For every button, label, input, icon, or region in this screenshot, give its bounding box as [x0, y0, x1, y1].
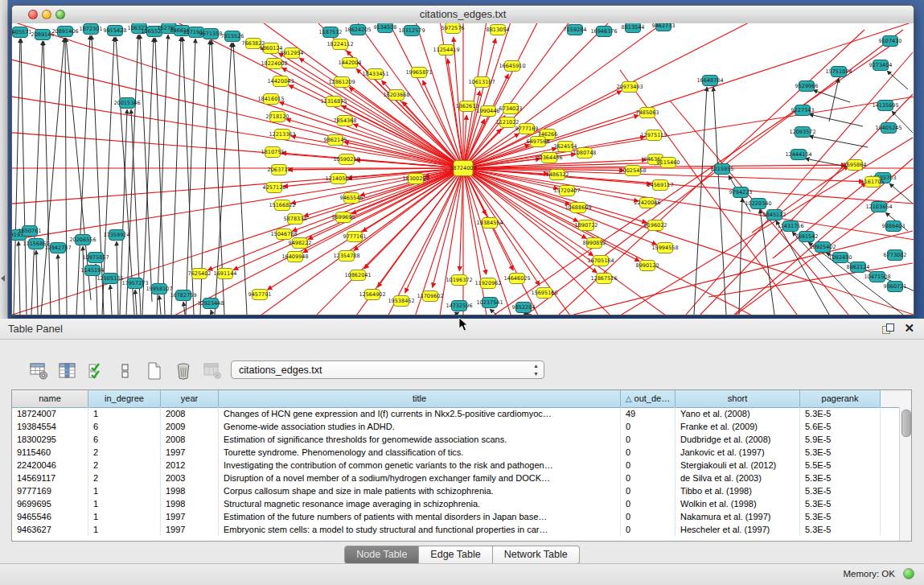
delete-table-icon[interactable] [174, 361, 193, 381]
column-header-title[interactable]: title [219, 390, 621, 407]
window-titlebar[interactable]: citations_edges.txt [12, 6, 914, 24]
table-cell[interactable]: 5.3E-5 [800, 510, 881, 523]
new-table-icon[interactable] [145, 361, 164, 381]
network-window[interactable]: citations_edges.txt 14055712089146208914… [11, 5, 914, 315]
table-row[interactable]: 1456911722003Disruption of a novel membe… [12, 472, 900, 484]
table-cell[interactable]: 0 [621, 523, 676, 536]
table-cell[interactable]: Embryonic stem cells: a model to study s… [219, 523, 621, 536]
table-cell[interactable]: 1 [88, 510, 161, 523]
column-header-pagerank[interactable]: pagerank [800, 390, 881, 407]
table-cell[interactable]: 5.3E-5 [800, 497, 881, 510]
float-window-icon[interactable] [882, 323, 893, 334]
table-cell[interactable]: 5.3E-5 [800, 446, 881, 459]
table-cell[interactable]: 5.5E-5 [800, 459, 881, 472]
table-cell[interactable]: 19384554 [12, 420, 88, 433]
table-cell[interactable]: Estimation of the future numbers of pati… [219, 510, 621, 523]
table-cell[interactable]: Franke et al. (2009) [676, 420, 800, 433]
table-cell[interactable]: 1998 [161, 484, 219, 497]
table-cell[interactable]: Nakamura et al. (1997) [676, 510, 800, 523]
table-cell[interactable]: 2 [88, 446, 161, 459]
table-cell[interactable]: Changes of HCN gene expression and I(f) … [219, 407, 621, 420]
table-cell[interactable]: Structural magnetic resonance image aver… [219, 497, 621, 510]
table-cell[interactable]: 5.9E-5 [800, 433, 881, 446]
column-header-out_de[interactable]: △out_de… [621, 390, 676, 407]
table-row[interactable]: 977716911998Corpus callosum shape and si… [12, 484, 900, 497]
table-settings-icon[interactable] [29, 361, 48, 381]
table-cell[interactable]: 5.6E-5 [800, 420, 881, 433]
table-cell[interactable]: 9115460 [12, 446, 88, 459]
table-row[interactable]: 1830029562008Estimation of significance … [12, 433, 900, 446]
show-columns-icon[interactable] [58, 361, 77, 381]
network-view[interactable]: 1405571208914620891406187230199154281063… [12, 23, 914, 315]
table-row[interactable]: 1872400712008Changes of HCN gene express… [12, 407, 900, 420]
table-cell[interactable]: 18300295 [12, 433, 88, 446]
scrollbar-thumb[interactable] [901, 410, 911, 437]
table-cell[interactable]: 0 [621, 484, 676, 497]
column-header-short[interactable]: short [676, 390, 800, 407]
table-selector-dropdown[interactable]: citations_edges.txt ▲▼ [231, 360, 544, 379]
table-row[interactable]: 946554611997Estimation of the future num… [12, 510, 900, 523]
tab-edge-table[interactable]: Edge Table [419, 546, 492, 564]
table-cell[interactable]: Wolkin et al. (1998) [676, 497, 800, 510]
table-cell[interactable]: Corpus callosum shape and size in male p… [219, 484, 621, 497]
tab-network-table[interactable]: Network Table [493, 546, 580, 564]
table-cell[interactable]: 1997 [161, 446, 219, 459]
table-row[interactable]: 911546021997Tourette syndrome. Phenomeno… [12, 446, 900, 459]
table-cell[interactable]: 5.3E-5 [800, 484, 881, 497]
column-header-name[interactable]: name [12, 390, 88, 407]
table-cell[interactable]: Tibbo et al. (1998) [676, 484, 800, 497]
table-cell[interactable]: 0 [621, 420, 676, 433]
column-header-year[interactable]: year [161, 390, 219, 407]
table-cell[interactable]: 5.3E-5 [800, 407, 881, 420]
show-rows-icon[interactable] [116, 361, 135, 381]
table-cell[interactable]: 9777169 [12, 484, 88, 497]
table-cell[interactable]: Investigating the contribution of common… [219, 459, 621, 472]
table-cell[interactable]: 6 [88, 420, 161, 433]
table-cell[interactable]: Jankovic et al. (1997) [676, 446, 800, 459]
table-cell[interactable]: Disruption of a novel member of a sodium… [219, 472, 621, 484]
tab-node-table[interactable]: Node Table [344, 546, 419, 564]
collapse-arrow-icon[interactable] [1, 275, 5, 282]
table-cell[interactable]: Yano et al. (2008) [676, 407, 800, 420]
table-cell[interactable]: Hescheler et al. (1997) [676, 523, 800, 536]
table-cell[interactable]: 18724007 [12, 407, 88, 420]
table-cell[interactable]: 1 [88, 484, 161, 497]
column-header-in_degree[interactable]: in_degree [88, 390, 161, 407]
table-cell[interactable]: 0 [621, 446, 676, 459]
table-cell[interactable]: 1997 [161, 523, 219, 536]
table-cell[interactable]: Genome-wide association studies in ADHD. [219, 420, 621, 433]
table-cell[interactable]: 2009 [161, 420, 219, 433]
table-row[interactable]: 969969511998Structural magnetic resonanc… [12, 497, 900, 510]
table-cell[interactable]: Estimation of significance thresholds fo… [219, 433, 621, 446]
vertical-scrollbar[interactable] [899, 407, 911, 541]
table-cell[interactable]: 49 [621, 407, 676, 420]
table-cell[interactable]: 0 [621, 497, 676, 510]
close-icon[interactable]: ✕ [904, 321, 914, 336]
table-cell[interactable]: de Silva et al. (2003) [676, 472, 800, 484]
table-cell[interactable]: 2008 [161, 407, 219, 420]
table-cell[interactable]: 1 [88, 497, 161, 510]
table-cell[interactable]: 1998 [161, 497, 219, 510]
table-row[interactable]: 1938455462009Genome-wide association stu… [12, 420, 900, 433]
select-rows-icon[interactable] [87, 361, 106, 381]
table-cell[interactable]: Tourette syndrome. Phenomenology and cla… [219, 446, 621, 459]
table-cell[interactable]: 2003 [161, 472, 219, 484]
table-cell[interactable]: 2008 [161, 433, 219, 446]
table-cell[interactable]: Stergiakouli et al. (2012) [676, 459, 800, 472]
table-cell[interactable]: 2 [88, 459, 161, 472]
table-cell[interactable]: 14569117 [12, 472, 88, 484]
table-row[interactable]: 946362711997Embryonic stem cells: a mode… [12, 523, 900, 536]
split-divider[interactable] [0, 0, 8, 319]
table-cell[interactable]: 2012 [161, 459, 219, 472]
table-cell[interactable]: 5.3E-5 [800, 523, 881, 536]
memory-ok-led-icon[interactable] [903, 568, 914, 579]
table-cell[interactable]: 1 [88, 523, 161, 536]
table-row[interactable]: 2242004622012Investigating the contribut… [12, 459, 900, 472]
table-cell[interactable]: 5.3E-5 [800, 472, 881, 484]
table-cell[interactable]: 1997 [161, 510, 219, 523]
table-cell[interactable]: 2 [88, 472, 161, 484]
table-cell[interactable]: 1 [88, 407, 161, 420]
table-cell[interactable]: 6 [88, 433, 161, 446]
table-cell[interactable]: 9465546 [12, 510, 88, 523]
table-cell[interactable]: Dudbridge et al. (2008) [676, 433, 800, 446]
